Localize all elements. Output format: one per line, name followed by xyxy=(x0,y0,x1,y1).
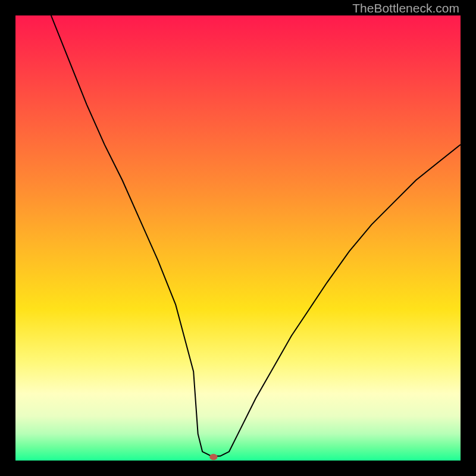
optimal-point-marker xyxy=(209,454,217,460)
watermark-text: TheBottleneck.com xyxy=(352,1,459,15)
chart-svg xyxy=(15,15,461,461)
chart-frame: TheBottleneck.com xyxy=(0,0,476,476)
plot-area xyxy=(15,15,461,461)
bottleneck-curve xyxy=(51,15,461,456)
